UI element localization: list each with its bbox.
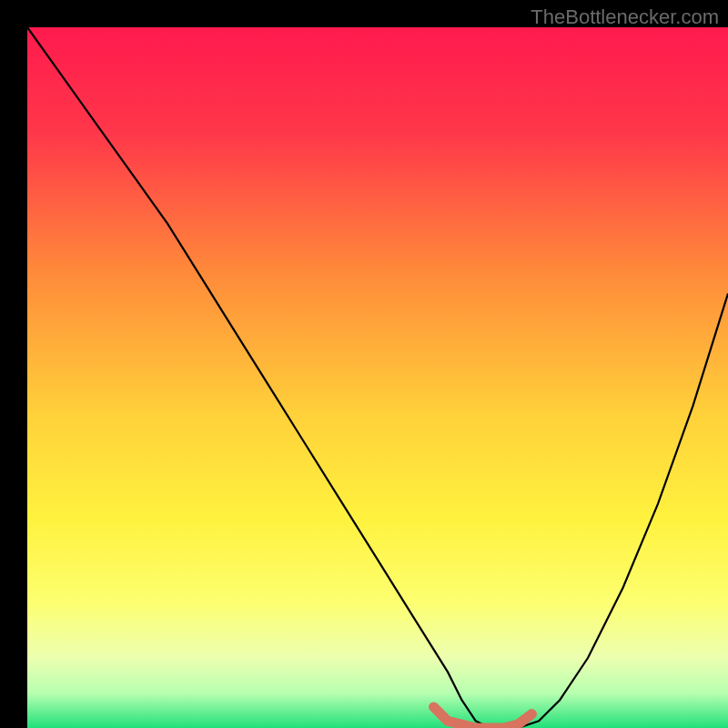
- chart-svg: [0, 0, 728, 728]
- watermark-text: TheBottlenecker.com: [531, 5, 719, 29]
- plot-background: [27, 27, 728, 728]
- bottleneck-chart: [0, 0, 728, 728]
